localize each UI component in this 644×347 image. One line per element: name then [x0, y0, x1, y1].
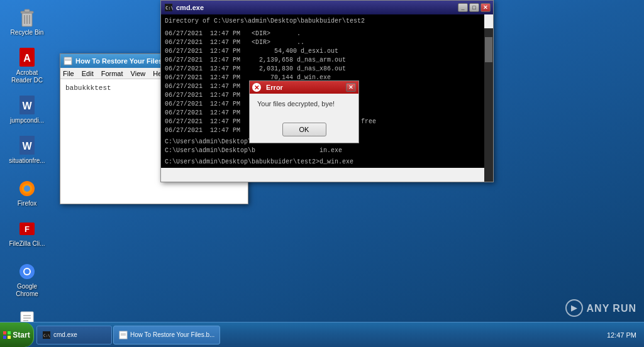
taskbar-clock: 12:47 PM: [599, 322, 644, 347]
cmd-window-icon: C:\: [164, 3, 174, 13]
svg-text:F: F: [25, 224, 30, 234]
svg-rect-51: [3, 336, 6, 339]
svg-point-19: [25, 269, 30, 274]
desktop-icon-recycle-bin[interactable]: Recycle Bin: [5, 5, 49, 39]
desktop-icon-acrobat[interactable]: A Acrobat Reader DC: [5, 45, 49, 87]
svg-text:C:\: C:\: [165, 6, 173, 11]
svg-rect-52: [8, 336, 11, 339]
situationfre-icon: W: [17, 136, 37, 156]
error-dialog-close-button[interactable]: ✕: [346, 83, 356, 92]
cmd-line-3: 06/27/2021 12:47 PM <DIR> ..: [165, 38, 480, 47]
cmd-minimize-button[interactable]: _: [458, 3, 468, 12]
cmd-scrollbar-thumb: [485, 37, 492, 62]
acrobat-label: Acrobat Reader DC: [8, 69, 47, 84]
error-ok-button[interactable]: OK: [282, 123, 326, 136]
chrome-label: Google Chrome: [8, 283, 47, 298]
cmd-titlebar: C:\ cmd.exe _ □ ✕: [161, 1, 493, 14]
taskbar-items: C:\ cmd.exe How To Restore Your Files.b.…: [34, 322, 599, 347]
svg-point-14: [24, 185, 30, 192]
cmd-line-18: C:\Users\admin\Desktop\babukbuider\test2…: [165, 158, 480, 167]
cmd-window-controls[interactable]: _ □ ✕: [458, 3, 491, 12]
taskbar-restore-label: How To Restore Your Files.b...: [130, 331, 214, 338]
acrobat-icon: A: [17, 48, 37, 68]
restore-menu-edit[interactable]: Edit: [82, 70, 94, 77]
svg-text:W: W: [22, 101, 32, 111]
desktop-icons: Recycle Bin A Acrobat Reader DC W jumpco…: [0, 0, 63, 347]
error-ok-row: OK: [250, 120, 358, 139]
chrome-icon: [17, 262, 37, 282]
desktop-icon-situationfre[interactable]: W situationfre...: [5, 133, 49, 167]
restore-menu-format[interactable]: Format: [101, 70, 123, 77]
start-label: Start: [13, 331, 30, 339]
error-dialog-titlebar: ✕ Error ✕: [250, 81, 358, 94]
cmd-line-2: 06/27/2021 12:47 PM <DIR> .: [165, 30, 480, 38]
filezilla-label: FileZilla Cli...: [9, 240, 45, 248]
cmd-line-5: 06/27/2021 12:47 PM 2,139,658 d_nas_arm.…: [165, 56, 480, 65]
error-dialog-content: Your files decrypted, bye!: [250, 94, 358, 120]
firefox-icon: [17, 179, 37, 199]
error-dialog-title: Error: [266, 84, 343, 91]
desktop-icon-chrome[interactable]: Google Chrome: [5, 259, 49, 300]
svg-rect-49: [3, 331, 6, 334]
desktop-icon-firefox[interactable]: Firefox: [5, 176, 49, 210]
cmd-line-19: [165, 167, 480, 168]
recycle-bin-icon: [17, 8, 37, 28]
cmd-line-0: Directory of C:\Users\admin\Desktop\babu…: [165, 17, 480, 26]
error-dialog[interactable]: ✕ Error ✕ Your files decrypted, bye! OK: [249, 80, 359, 143]
taskbar: Start C:\ cmd.exe How To Restore Your Fi…: [0, 322, 644, 347]
anyrun-text: ANY RUN: [587, 302, 636, 315]
restore-menu-view[interactable]: View: [131, 70, 146, 77]
cmd-scrollbar[interactable]: [484, 28, 493, 182]
svg-text:A: A: [23, 53, 31, 63]
cmd-line-4: 06/27/2021 12:47 PM 54,400 d_esxi.out: [165, 47, 480, 56]
svg-rect-50: [8, 331, 11, 334]
svg-text:W: W: [22, 141, 32, 151]
svg-text:C:\: C:\: [43, 333, 50, 338]
taskbar-cmd-label: cmd.exe: [53, 331, 77, 338]
desktop: Recycle Bin A Acrobat Reader DC W jumpco…: [0, 0, 644, 347]
taskbar-item-cmd[interactable]: C:\ cmd.exe: [36, 326, 112, 344]
restore-window-icon: [63, 56, 73, 66]
error-message: Your files decrypted, bye!: [257, 100, 351, 107]
cmd-maximize-button[interactable]: □: [469, 3, 479, 12]
error-icon: ✕: [252, 83, 261, 92]
restore-menu-file[interactable]: File: [63, 70, 74, 77]
cmd-line-16: C:\Users\admin\Desktop\b in.exe: [165, 146, 480, 155]
anyrun-play-icon: ▶: [565, 299, 583, 317]
start-button[interactable]: Start: [0, 322, 34, 347]
jumpcondi-label: jumpcondi...: [10, 117, 44, 124]
firefox-label: Firefox: [18, 200, 37, 207]
taskbar-item-restore[interactable]: How To Restore Your Files.b...: [113, 326, 220, 344]
filezilla-icon: F: [17, 219, 37, 239]
desktop-icon-jumpcondi[interactable]: W jumpcondi...: [5, 93, 49, 127]
cmd-close-button[interactable]: ✕: [480, 3, 491, 12]
recycle-bin-label: Recycle Bin: [11, 29, 44, 36]
desktop-icon-filezilla[interactable]: F FileZilla Cli...: [5, 216, 49, 250]
anyrun-logo: ▶ ANY RUN: [565, 299, 636, 317]
clock-time: 12:47 PM: [607, 331, 636, 339]
cmd-window-title: cmd.exe: [176, 4, 455, 11]
cmd-line-6: 06/27/2021 12:47 PM 2,031,830 d_nas_x86.…: [165, 65, 480, 74]
svg-rect-2: [25, 9, 30, 12]
jumpcondi-icon: W: [17, 96, 37, 116]
restore-content-text: babukkktest: [65, 84, 111, 92]
situationfre-label: situationfre...: [9, 157, 45, 165]
svg-rect-44: [64, 57, 72, 65]
